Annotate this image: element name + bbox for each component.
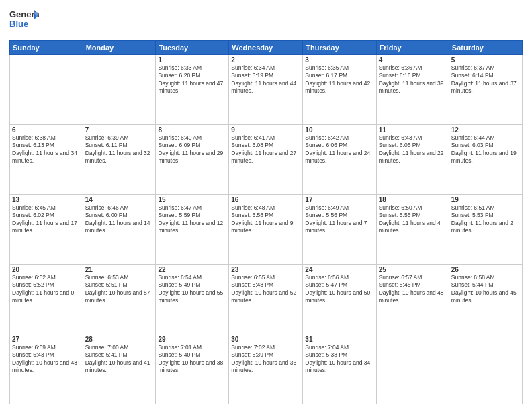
cell-content: Sunrise: 6:49 AMSunset: 5:56 PMDaylight:… bbox=[305, 204, 373, 235]
table-row: 9 Sunrise: 6:41 AMSunset: 6:08 PMDayligh… bbox=[229, 125, 303, 195]
cell-content: Sunrise: 6:53 AMSunset: 5:51 PMDaylight:… bbox=[85, 274, 154, 305]
col-monday: Monday bbox=[83, 41, 156, 55]
cell-content: Sunrise: 6:37 AMSunset: 6:14 PMDaylight:… bbox=[451, 64, 520, 95]
cell-content: Sunrise: 6:52 AMSunset: 5:52 PMDaylight:… bbox=[12, 274, 81, 305]
table-row: 10 Sunrise: 6:42 AMSunset: 6:06 PMDaylig… bbox=[303, 125, 376, 195]
cell-content: Sunrise: 6:48 AMSunset: 5:58 PMDaylight:… bbox=[231, 204, 300, 235]
page: General Blue Sunday Monday Tuesday Wedne… bbox=[0, 0, 532, 411]
day-number: 5 bbox=[451, 56, 520, 64]
table-row: 18 Sunrise: 6:50 AMSunset: 5:55 PMDaylig… bbox=[376, 195, 449, 265]
day-number: 17 bbox=[305, 196, 373, 203]
table-row bbox=[376, 334, 449, 404]
table-row: 21 Sunrise: 6:53 AMSunset: 5:51 PMDaylig… bbox=[83, 265, 156, 334]
cell-content: Sunrise: 7:02 AMSunset: 5:39 PMDaylight:… bbox=[231, 344, 300, 375]
day-number: 29 bbox=[158, 336, 226, 343]
day-number: 13 bbox=[12, 196, 81, 203]
cell-content: Sunrise: 7:01 AMSunset: 5:40 PMDaylight:… bbox=[158, 344, 226, 375]
calendar-week-row: 13 Sunrise: 6:45 AMSunset: 6:02 PMDaylig… bbox=[10, 195, 523, 265]
col-saturday: Saturday bbox=[449, 41, 522, 55]
day-number: 28 bbox=[85, 336, 154, 343]
table-row: 20 Sunrise: 6:52 AMSunset: 5:52 PMDaylig… bbox=[10, 265, 83, 334]
table-row: 13 Sunrise: 6:45 AMSunset: 6:02 PMDaylig… bbox=[10, 195, 83, 265]
table-row: 17 Sunrise: 6:49 AMSunset: 5:56 PMDaylig… bbox=[303, 195, 376, 265]
cell-content: Sunrise: 6:33 AMSunset: 6:20 PMDaylight:… bbox=[158, 64, 226, 95]
day-number: 22 bbox=[158, 266, 226, 273]
col-thursday: Thursday bbox=[303, 41, 376, 55]
cell-content: Sunrise: 6:56 AMSunset: 5:47 PMDaylight:… bbox=[305, 274, 373, 305]
cell-content: Sunrise: 6:46 AMSunset: 6:00 PMDaylight:… bbox=[85, 204, 154, 235]
day-number: 25 bbox=[379, 266, 447, 273]
day-number: 24 bbox=[305, 266, 373, 273]
table-row: 6 Sunrise: 6:38 AMSunset: 6:13 PMDayligh… bbox=[10, 125, 83, 195]
table-row: 12 Sunrise: 6:44 AMSunset: 6:03 PMDaylig… bbox=[449, 125, 522, 195]
day-number: 9 bbox=[231, 126, 300, 134]
day-number: 30 bbox=[231, 336, 300, 343]
cell-content: Sunrise: 6:47 AMSunset: 5:59 PMDaylight:… bbox=[158, 204, 226, 235]
calendar-header-row: Sunday Monday Tuesday Wednesday Thursday… bbox=[10, 41, 523, 55]
table-row: 4 Sunrise: 6:36 AMSunset: 6:16 PMDayligh… bbox=[376, 55, 449, 125]
table-row: 5 Sunrise: 6:37 AMSunset: 6:14 PMDayligh… bbox=[449, 55, 522, 125]
day-number: 15 bbox=[158, 196, 226, 203]
day-number: 18 bbox=[379, 196, 447, 203]
table-row: 11 Sunrise: 6:43 AMSunset: 6:05 PMDaylig… bbox=[376, 125, 449, 195]
svg-text:Blue: Blue bbox=[9, 19, 28, 29]
day-number: 2 bbox=[231, 56, 300, 64]
col-tuesday: Tuesday bbox=[156, 41, 229, 55]
table-row: 19 Sunrise: 6:51 AMSunset: 5:53 PMDaylig… bbox=[449, 195, 522, 265]
table-row: 7 Sunrise: 6:39 AMSunset: 6:11 PMDayligh… bbox=[83, 125, 156, 195]
table-row: 1 Sunrise: 6:33 AMSunset: 6:20 PMDayligh… bbox=[156, 55, 229, 125]
cell-content: Sunrise: 6:51 AMSunset: 5:53 PMDaylight:… bbox=[451, 204, 520, 235]
table-row: 8 Sunrise: 6:40 AMSunset: 6:09 PMDayligh… bbox=[156, 125, 229, 195]
calendar-week-row: 6 Sunrise: 6:38 AMSunset: 6:13 PMDayligh… bbox=[10, 125, 523, 195]
day-number: 23 bbox=[231, 266, 300, 273]
table-row: 15 Sunrise: 6:47 AMSunset: 5:59 PMDaylig… bbox=[156, 195, 229, 265]
day-number: 11 bbox=[379, 126, 447, 134]
col-sunday: Sunday bbox=[10, 41, 83, 55]
table-row: 28 Sunrise: 7:00 AMSunset: 5:41 PMDaylig… bbox=[83, 334, 156, 404]
cell-content: Sunrise: 6:38 AMSunset: 6:13 PMDaylight:… bbox=[12, 134, 81, 165]
cell-content: Sunrise: 7:04 AMSunset: 5:38 PMDaylight:… bbox=[305, 344, 373, 375]
day-number: 10 bbox=[305, 126, 373, 134]
table-row bbox=[449, 334, 522, 404]
day-number: 21 bbox=[85, 266, 154, 273]
table-row: 31 Sunrise: 7:04 AMSunset: 5:38 PMDaylig… bbox=[303, 334, 376, 404]
table-row: 22 Sunrise: 6:54 AMSunset: 5:49 PMDaylig… bbox=[156, 265, 229, 334]
cell-content: Sunrise: 6:43 AMSunset: 6:05 PMDaylight:… bbox=[379, 134, 447, 165]
table-row: 23 Sunrise: 6:55 AMSunset: 5:48 PMDaylig… bbox=[229, 265, 303, 334]
day-number: 20 bbox=[12, 266, 81, 273]
day-number: 4 bbox=[379, 56, 447, 64]
day-number: 12 bbox=[451, 126, 520, 134]
cell-content: Sunrise: 6:58 AMSunset: 5:44 PMDaylight:… bbox=[451, 274, 520, 305]
table-row: 24 Sunrise: 6:56 AMSunset: 5:47 PMDaylig… bbox=[303, 265, 376, 334]
cell-content: Sunrise: 6:39 AMSunset: 6:11 PMDaylight:… bbox=[85, 134, 154, 165]
day-number: 1 bbox=[158, 56, 226, 64]
table-row: 27 Sunrise: 6:59 AMSunset: 5:43 PMDaylig… bbox=[10, 334, 83, 404]
cell-content: Sunrise: 6:59 AMSunset: 5:43 PMDaylight:… bbox=[12, 344, 81, 375]
day-number: 16 bbox=[231, 196, 300, 203]
calendar-table: Sunday Monday Tuesday Wednesday Thursday… bbox=[9, 40, 523, 404]
day-number: 7 bbox=[85, 126, 154, 134]
day-number: 14 bbox=[85, 196, 154, 203]
cell-content: Sunrise: 6:36 AMSunset: 6:16 PMDaylight:… bbox=[379, 64, 447, 95]
cell-content: Sunrise: 6:41 AMSunset: 6:08 PMDaylight:… bbox=[231, 134, 300, 165]
logo: General Blue bbox=[9, 7, 39, 36]
header: General Blue bbox=[9, 7, 523, 36]
cell-content: Sunrise: 6:44 AMSunset: 6:03 PMDaylight:… bbox=[451, 134, 520, 165]
table-row: 29 Sunrise: 7:01 AMSunset: 5:40 PMDaylig… bbox=[156, 334, 229, 404]
table-row bbox=[10, 55, 83, 125]
cell-content: Sunrise: 6:34 AMSunset: 6:19 PMDaylight:… bbox=[231, 64, 300, 95]
table-row: 3 Sunrise: 6:35 AMSunset: 6:17 PMDayligh… bbox=[303, 55, 376, 125]
table-row: 30 Sunrise: 7:02 AMSunset: 5:39 PMDaylig… bbox=[229, 334, 303, 404]
cell-content: Sunrise: 6:55 AMSunset: 5:48 PMDaylight:… bbox=[231, 274, 300, 305]
day-number: 6 bbox=[12, 126, 81, 134]
table-row bbox=[83, 55, 156, 125]
cell-content: Sunrise: 6:50 AMSunset: 5:55 PMDaylight:… bbox=[379, 204, 447, 235]
col-wednesday: Wednesday bbox=[229, 41, 303, 55]
cell-content: Sunrise: 6:40 AMSunset: 6:09 PMDaylight:… bbox=[158, 134, 226, 165]
day-number: 8 bbox=[158, 126, 226, 134]
cell-content: Sunrise: 6:42 AMSunset: 6:06 PMDaylight:… bbox=[305, 134, 373, 165]
day-number: 31 bbox=[305, 336, 373, 343]
day-number: 19 bbox=[451, 196, 520, 203]
table-row: 25 Sunrise: 6:57 AMSunset: 5:45 PMDaylig… bbox=[376, 265, 449, 334]
table-row: 16 Sunrise: 6:48 AMSunset: 5:58 PMDaylig… bbox=[229, 195, 303, 265]
